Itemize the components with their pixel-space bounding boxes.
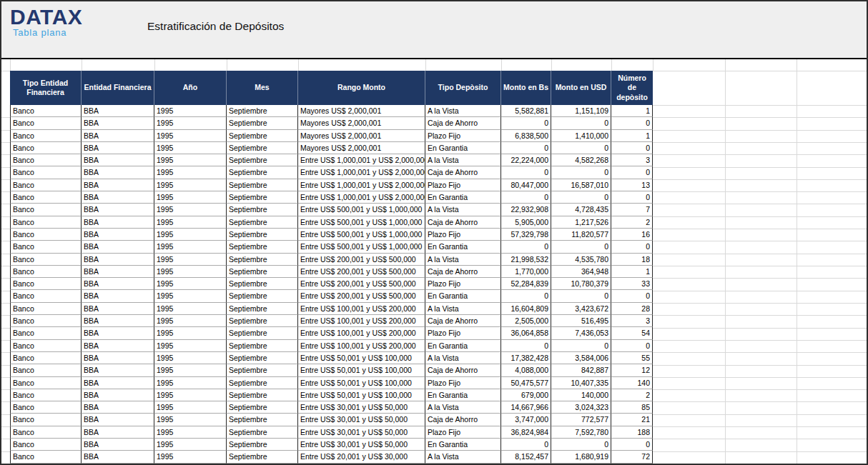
cell-ano[interactable]: 1995: [154, 426, 227, 439]
cell-tipo-entidad[interactable]: Banco: [10, 451, 82, 463]
cell-monto-bs[interactable]: 14,667,966: [501, 401, 551, 414]
cell-rango-monto[interactable]: Entre US$ 1,000,001 y US$ 2,000,000: [298, 154, 425, 166]
cell-tipo-entidad[interactable]: Banco: [10, 191, 82, 204]
cell-monto-usd[interactable]: 0: [551, 142, 611, 154]
cell-rango-monto[interactable]: Entre US$ 500,001 y US$ 1,000,000: [298, 216, 425, 229]
cell-tipo-deposito[interactable]: En Garantia: [425, 191, 501, 204]
cell-tipo-entidad[interactable]: Banco: [10, 439, 82, 451]
column-header-tipo-entidad[interactable]: Tipo Entidad Financiera: [10, 71, 82, 105]
cell-numero-deposito[interactable]: 0: [611, 290, 653, 302]
cell-entidad[interactable]: BBA: [82, 364, 154, 376]
cell-numero-deposito[interactable]: 2: [611, 389, 653, 401]
cell-monto-usd[interactable]: 1,217,526: [551, 216, 611, 229]
cell-ano[interactable]: 1995: [154, 327, 227, 339]
cell-entidad[interactable]: BBA: [82, 451, 154, 463]
cell-tipo-entidad[interactable]: Banco: [10, 142, 82, 154]
cell-tipo-entidad[interactable]: Banco: [10, 290, 82, 302]
cell-rango-monto[interactable]: Entre US$ 50,001 y US$ 100,000: [298, 364, 425, 376]
cell-ano[interactable]: 1995: [154, 315, 227, 327]
cell-mes[interactable]: Septiembre: [227, 451, 298, 463]
cell-entidad[interactable]: BBA: [82, 414, 154, 426]
cell-monto-bs[interactable]: 1,770,000: [501, 266, 551, 278]
cell-monto-usd[interactable]: 0: [551, 290, 611, 302]
cell-monto-bs[interactable]: 50,475,577: [501, 377, 551, 389]
cell-tipo-deposito[interactable]: A la Vista: [425, 352, 501, 364]
cell-numero-deposito[interactable]: 140: [611, 377, 653, 389]
cell-mes[interactable]: Septiembre: [227, 352, 298, 364]
cell-ano[interactable]: 1995: [154, 352, 227, 364]
cell-ano[interactable]: 1995: [154, 117, 227, 129]
cell-entidad[interactable]: BBA: [82, 401, 154, 414]
cell-entidad[interactable]: BBA: [82, 303, 154, 315]
cell-mes[interactable]: Septiembre: [227, 166, 298, 179]
cell-monto-bs[interactable]: 80,447,000: [501, 179, 551, 191]
cell-rango-monto[interactable]: Entre US$ 500,001 y US$ 1,000,000: [298, 229, 425, 241]
cell-rango-monto[interactable]: Entre US$ 500,001 y US$ 1,000,000: [298, 241, 425, 253]
cell-entidad[interactable]: BBA: [82, 377, 154, 389]
cell-monto-bs[interactable]: 0: [501, 340, 551, 352]
cell-rango-monto[interactable]: Entre US$ 20,001 y US$ 30,000: [298, 451, 425, 463]
cell-mes[interactable]: Septiembre: [227, 229, 298, 241]
cell-mes[interactable]: Septiembre: [227, 290, 298, 302]
cell-numero-deposito[interactable]: 28: [611, 303, 653, 315]
cell-entidad[interactable]: BBA: [82, 117, 154, 129]
cell-mes[interactable]: Septiembre: [227, 117, 298, 129]
cell-tipo-deposito[interactable]: Caja de Ahorro: [425, 166, 501, 179]
cell-rango-monto[interactable]: Entre US$ 50,001 y US$ 100,000: [298, 389, 425, 401]
cell-numero-deposito[interactable]: 2: [611, 216, 653, 229]
cell-tipo-entidad[interactable]: Banco: [10, 340, 82, 352]
cell-tipo-deposito[interactable]: A la Vista: [425, 204, 501, 216]
cell-monto-bs[interactable]: 0: [501, 166, 551, 179]
cell-monto-bs[interactable]: 36,824,984: [501, 426, 551, 439]
cell-monto-bs[interactable]: 0: [501, 191, 551, 204]
cell-numero-deposito[interactable]: 0: [611, 241, 653, 253]
cell-entidad[interactable]: BBA: [82, 315, 154, 327]
cell-tipo-deposito[interactable]: A la Vista: [425, 451, 501, 463]
cell-monto-usd[interactable]: 516,495: [551, 315, 611, 327]
cell-numero-deposito[interactable]: 13: [611, 179, 653, 191]
cell-numero-deposito[interactable]: 3: [611, 154, 653, 166]
cell-ano[interactable]: 1995: [154, 303, 227, 315]
cell-mes[interactable]: Septiembre: [227, 426, 298, 439]
cell-ano[interactable]: 1995: [154, 105, 227, 117]
cell-monto-usd[interactable]: 4,535,780: [551, 254, 611, 266]
cell-ano[interactable]: 1995: [154, 241, 227, 253]
cell-tipo-deposito[interactable]: Plazo Fijo: [425, 327, 501, 339]
cell-monto-usd[interactable]: 1,680,919: [551, 451, 611, 463]
cell-tipo-deposito[interactable]: En Garantia: [425, 389, 501, 401]
cell-tipo-deposito[interactable]: En Garantia: [425, 241, 501, 253]
cell-entidad[interactable]: BBA: [82, 426, 154, 439]
cell-ano[interactable]: 1995: [154, 451, 227, 463]
cell-rango-monto[interactable]: Entre US$ 30,001 y US$ 50,000: [298, 439, 425, 451]
cell-tipo-deposito[interactable]: Caja de Ahorro: [425, 266, 501, 278]
cell-monto-usd[interactable]: 1,410,000: [551, 130, 611, 142]
cell-rango-monto[interactable]: Entre US$ 30,001 y US$ 50,000: [298, 414, 425, 426]
cell-ano[interactable]: 1995: [154, 401, 227, 414]
cell-rango-monto[interactable]: Entre US$ 100,001 y US$ 200,000: [298, 327, 425, 339]
cell-tipo-entidad[interactable]: Banco: [10, 130, 82, 142]
cell-rango-monto[interactable]: Mayores US$ 2,000,001: [298, 105, 425, 117]
cell-tipo-entidad[interactable]: Banco: [10, 315, 82, 327]
cell-tipo-entidad[interactable]: Banco: [10, 117, 82, 129]
cell-mes[interactable]: Septiembre: [227, 142, 298, 154]
cell-tipo-deposito[interactable]: En Garantia: [425, 340, 501, 352]
cell-monto-bs[interactable]: 22,224,000: [501, 154, 551, 166]
cell-numero-deposito[interactable]: 21: [611, 414, 653, 426]
cell-monto-bs[interactable]: 22,932,908: [501, 204, 551, 216]
cell-tipo-deposito[interactable]: Plazo Fijo: [425, 377, 501, 389]
cell-tipo-deposito[interactable]: En Garantia: [425, 290, 501, 302]
cell-monto-usd[interactable]: 0: [551, 439, 611, 451]
cell-mes[interactable]: Septiembre: [227, 179, 298, 191]
cell-monto-bs[interactable]: 16,604,809: [501, 303, 551, 315]
cell-entidad[interactable]: BBA: [82, 130, 154, 142]
cell-monto-bs[interactable]: 0: [501, 117, 551, 129]
cell-monto-usd[interactable]: 1,151,109: [551, 105, 611, 117]
cell-tipo-entidad[interactable]: Banco: [10, 364, 82, 376]
cell-ano[interactable]: 1995: [154, 278, 227, 290]
cell-mes[interactable]: Septiembre: [227, 414, 298, 426]
cell-numero-deposito[interactable]: 85: [611, 401, 653, 414]
cell-tipo-entidad[interactable]: Banco: [10, 266, 82, 278]
cell-tipo-deposito[interactable]: Caja de Ahorro: [425, 364, 501, 376]
cell-monto-bs[interactable]: 6,838,500: [501, 130, 551, 142]
column-header-monto-usd[interactable]: Monto en USD: [551, 71, 611, 105]
